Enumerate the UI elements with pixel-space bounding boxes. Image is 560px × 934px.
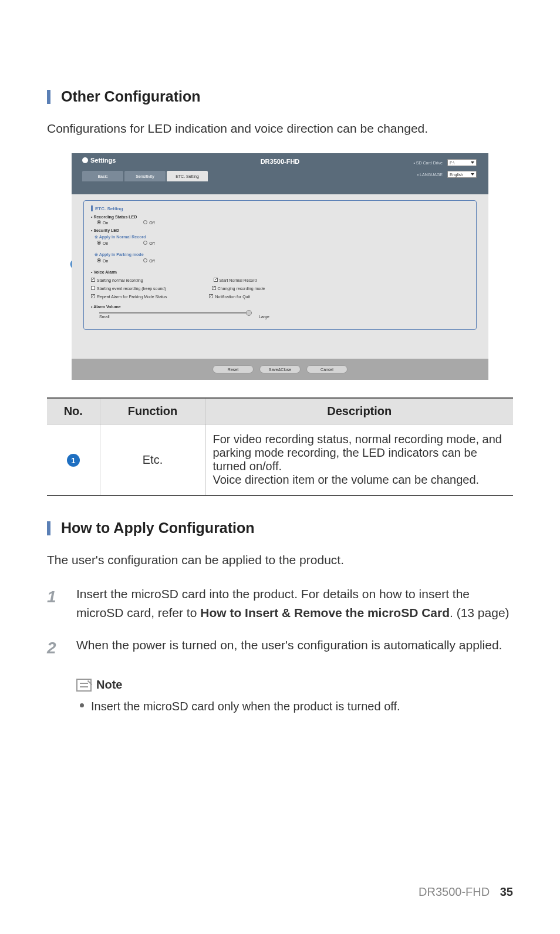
app-titlebar: Settings Basic Sensitivity ETC. Setting … (72, 153, 488, 194)
footer-model: DR3500-FHD (419, 885, 490, 898)
cross-ref: How to Insert & Remove the microSD Card (200, 606, 450, 619)
volume-thumb[interactable] (246, 310, 252, 316)
va-start-event-recording[interactable]: Starting event recording (beep sound) (91, 286, 166, 291)
tab-sensitivity[interactable]: Sensitivity (124, 171, 166, 181)
sec-led-normal-off[interactable]: Off (143, 241, 154, 245)
app-window: Settings Basic Sensitivity ETC. Setting … (72, 153, 488, 380)
section-intro: Configurations for LED indication and vo… (47, 122, 513, 136)
va-notification-quit[interactable]: Notification for Quit (209, 294, 250, 299)
section-heading-2: How to Apply Configuration (47, 520, 513, 537)
app-footer: Reset Save&Close Cancel (72, 359, 488, 380)
step-number: 2 (47, 636, 65, 660)
tabs: Basic Sensitivity ETC. Setting (82, 171, 208, 181)
va-start-normal-record[interactable]: Start Normal Record (214, 278, 257, 282)
va-changing-recording-mode[interactable]: Changing recording mode (212, 286, 265, 291)
sec-led-parking-on[interactable]: On (97, 258, 108, 263)
step-body: Insert the microSD card into the product… (76, 585, 513, 622)
app-title: Settings (82, 157, 208, 164)
va-repeat-alarm-parking[interactable]: Repeat Alarm for Parking Mode Status (91, 294, 167, 299)
th-no: No. (47, 398, 100, 424)
note-body: Insert the microSD card only when the pr… (80, 697, 513, 715)
step-1: 1 Insert the microSD card into the produ… (47, 585, 513, 622)
steps-list: 1 Insert the microSD card into the produ… (47, 585, 513, 660)
rec-led-off[interactable]: Off (143, 220, 154, 225)
bullet-icon (80, 703, 84, 707)
gear-icon (82, 157, 88, 163)
section-heading: Other Configuration (47, 88, 513, 105)
sec-led-parking-off[interactable]: Off (143, 258, 154, 263)
note-label: Note (96, 678, 122, 692)
sd-drive-label: • SD Card Drive (413, 161, 443, 165)
note-block: Note Insert the microSD card only when t… (76, 678, 513, 715)
save-close-button[interactable]: Save&Close (259, 365, 301, 373)
row-function: Etc. (100, 424, 205, 496)
note-heading: Note (76, 678, 513, 692)
page-footer: DR3500-FHD 35 (419, 885, 513, 899)
note-icon (76, 679, 92, 692)
section-intro-2: The user's configuration can be applied … (47, 553, 513, 567)
recording-led-label: • Recording Status LED (91, 215, 469, 219)
security-led-label: • Security LED (91, 228, 469, 232)
description-table: No. Function Description 1 Etc. For vide… (47, 397, 513, 496)
sd-drive-value: F:\ (450, 161, 454, 165)
reset-button[interactable]: Reset (212, 365, 254, 373)
screenshot-wrapper: 1 Settings Basic Sensitivity ETC. Settin… (47, 153, 513, 380)
cancel-button[interactable]: Cancel (306, 365, 348, 373)
step-body: When the power is turned on, the user's … (76, 636, 513, 660)
volume-slider[interactable] (99, 312, 252, 313)
chevron-down-icon (471, 161, 474, 164)
app-top-right: • SD Card Drive F:\ • LANGUAGE English (413, 153, 488, 194)
note-text: Insert the microSD card only when the pr… (91, 697, 400, 715)
tab-basic[interactable]: Basic (82, 171, 123, 181)
sd-drive-select[interactable]: F:\ (447, 159, 477, 166)
volume-small-label: Small (99, 315, 110, 319)
table-row: 1 Etc. For video recording status, norma… (47, 424, 513, 496)
language-select[interactable]: English (447, 171, 477, 178)
etc-panel: ETC. Setting • Recording Status LED On O… (83, 200, 477, 330)
heading-text-2: How to Apply Configuration (61, 520, 255, 537)
voice-alarm-label: • Voice Alarm (91, 270, 469, 274)
app-model-title: DR3500-FHD (261, 158, 300, 165)
chevron-down-icon (471, 173, 474, 176)
language-label: • LANGUAGE (417, 173, 443, 177)
sec-led-normal-on[interactable]: On (97, 241, 108, 245)
th-description: Description (205, 398, 513, 424)
apply-parking-label: ※ Apply in Parking mode (95, 252, 469, 257)
rec-led-on[interactable]: On (97, 220, 108, 225)
heading-text: Other Configuration (61, 88, 200, 105)
app-title-text: Settings (90, 157, 116, 164)
row-description: For video recording status, normal recor… (205, 424, 513, 496)
th-function: Function (100, 398, 205, 424)
heading-bar (47, 521, 50, 535)
panel-title: ETC. Setting (91, 205, 469, 211)
step-2: 2 When the power is turned on, the user'… (47, 636, 513, 660)
heading-bar (47, 90, 50, 104)
apply-normal-label: ※ Apply in Normal Record (95, 235, 469, 240)
footer-page-number: 35 (500, 885, 513, 898)
step-number: 1 (47, 585, 65, 622)
va-start-normal-recording[interactable]: Starting normal recording (91, 278, 143, 282)
row-number-bubble: 1 (67, 454, 80, 467)
tab-etc-setting[interactable]: ETC. Setting (167, 171, 208, 181)
alarm-volume-label: • Alarm Volume (91, 305, 469, 309)
app-body: ETC. Setting • Recording Status LED On O… (72, 194, 488, 359)
volume-large-label: Large (259, 315, 269, 319)
language-value: English (450, 173, 463, 177)
